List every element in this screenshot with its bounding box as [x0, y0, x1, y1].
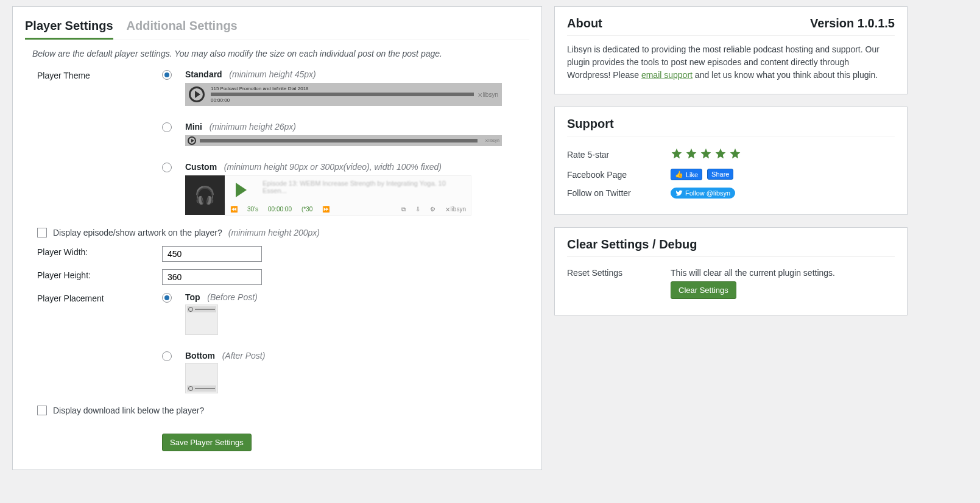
reset-settings-label: Reset Settings	[567, 268, 671, 278]
play-icon	[225, 176, 258, 203]
libsyn-logo: ⨯libsyn	[478, 91, 498, 98]
theme-radio-standard[interactable]	[162, 70, 172, 80]
theme-standard-note: (minimum height 45px)	[229, 69, 316, 79]
about-title: About	[567, 16, 602, 30]
tw-follow-label: Follow @libsyn	[685, 189, 730, 197]
facebook-like-button[interactable]: 👍 Like	[671, 169, 702, 180]
tab-additional-settings[interactable]: Additional Settings	[127, 19, 238, 40]
theme-radio-custom[interactable]	[162, 163, 172, 172]
reset-settings-desc: This will clear all the current plugin s…	[671, 268, 835, 278]
player-episode-text: Episode 13: WEBM Increase Strength by In…	[258, 176, 471, 203]
star-rating[interactable]	[671, 147, 741, 161]
forward-icon: ⏩	[322, 206, 330, 213]
theme-radio-mini[interactable]	[162, 122, 172, 132]
placement-bottom-label: Bottom	[185, 351, 215, 361]
skip-back-label: 30's	[247, 206, 258, 213]
star-icon	[671, 147, 683, 161]
rss-icon: ⧉	[401, 206, 406, 213]
about-text-after: and let us know what you think about thi…	[693, 70, 878, 80]
libsyn-logo: ⨯libsyn	[485, 138, 499, 143]
support-panel: Support Rate 5-star Facebook Page	[554, 107, 908, 215]
placement-bottom-note: (After Post)	[222, 351, 266, 361]
about-panel: About Version 1.0.1.5 Libsyn is dedicate…	[554, 6, 908, 94]
player-theme-row: Player Theme Standard (minimum height 45…	[37, 69, 529, 216]
download-link-label: Display download link below the player?	[53, 406, 204, 415]
player-track-title: 115 Podcast Promotion and Infinite Dial …	[211, 86, 474, 91]
clear-settings-button[interactable]: Clear Settings	[671, 281, 736, 299]
player-artwork	[185, 175, 225, 215]
email-support-link[interactable]: email support	[641, 70, 693, 80]
debug-panel: Clear Settings / Debug Reset Settings Th…	[554, 227, 908, 315]
play-icon	[189, 86, 205, 102]
twitter-label: Follow on Twitter	[567, 188, 671, 198]
theme-custom-note: (minimum height 90px or 300px(video), wi…	[224, 162, 442, 172]
player-preview-custom: Episode 13: WEBM Increase Strength by In…	[185, 175, 471, 216]
player-preview-standard: 115 Podcast Promotion and Infinite Dial …	[185, 83, 502, 106]
rewind-icon: ⏪	[230, 206, 238, 213]
theme-custom-label: Custom	[185, 162, 217, 172]
plugin-version: Version 1.0.1.5	[810, 16, 895, 30]
player-height-input[interactable]	[162, 269, 262, 285]
star-icon	[714, 147, 727, 161]
libsyn-logo: ⨯libsyn	[445, 206, 466, 213]
player-width-label: Player Width:	[37, 246, 162, 257]
artwork-checkbox[interactable]	[37, 228, 47, 237]
player-time: 00:00:00	[211, 97, 474, 103]
download-link-checkbox[interactable]	[37, 406, 47, 415]
player-placement-row: Player Placement Top (Before Post) Botto…	[37, 292, 529, 393]
intro-text: Below are the default player settings. Y…	[32, 49, 529, 58]
placement-radio-bottom[interactable]	[162, 351, 172, 361]
theme-standard-label: Standard	[185, 69, 222, 79]
tab-player-settings[interactable]: Player Settings	[25, 19, 113, 40]
star-icon	[729, 147, 741, 161]
fb-like-label: Like	[686, 171, 698, 178]
placement-top-label: Top	[185, 292, 200, 302]
star-icon	[700, 147, 712, 161]
star-icon	[685, 147, 697, 161]
share-icon: ⚙	[430, 206, 435, 213]
play-icon	[188, 136, 196, 145]
player-width-input[interactable]	[162, 246, 262, 262]
placement-top-note: (Before Post)	[207, 292, 257, 302]
skip-fwd-label: (*30	[301, 206, 312, 213]
thumbs-up-icon: 👍	[675, 171, 683, 178]
twitter-icon	[675, 189, 683, 197]
artwork-checkbox-note: (minimum height 200px)	[228, 228, 320, 237]
time-label: 00:00:00	[268, 206, 292, 213]
facebook-label: Facebook Page	[567, 170, 671, 180]
facebook-share-button[interactable]: Share	[707, 169, 733, 180]
placement-radio-top[interactable]	[162, 293, 172, 303]
debug-title: Clear Settings / Debug	[567, 237, 697, 252]
player-preview-mini: ⨯libsyn	[185, 135, 502, 146]
placement-preview-top	[185, 304, 218, 335]
save-player-settings-button[interactable]: Save Player Settings	[162, 434, 252, 451]
settings-tabs: Player Settings Additional Settings	[25, 19, 529, 40]
theme-mini-label: Mini	[185, 122, 202, 132]
theme-mini-note: (minimum height 26px)	[210, 122, 296, 132]
player-height-label: Player Height:	[37, 269, 162, 280]
player-theme-label: Player Theme	[37, 69, 162, 80]
download-icon: ⇩	[415, 206, 420, 213]
player-placement-label: Player Placement	[37, 292, 162, 303]
placement-preview-bottom	[185, 363, 218, 393]
support-title: Support	[567, 117, 614, 131]
rate-label: Rate 5-star	[567, 150, 671, 160]
artwork-checkbox-label: Display episode/show artwork on the play…	[53, 228, 222, 237]
twitter-follow-button[interactable]: Follow @libsyn	[671, 188, 735, 199]
main-settings-panel: Player Settings Additional Settings Belo…	[12, 6, 542, 470]
